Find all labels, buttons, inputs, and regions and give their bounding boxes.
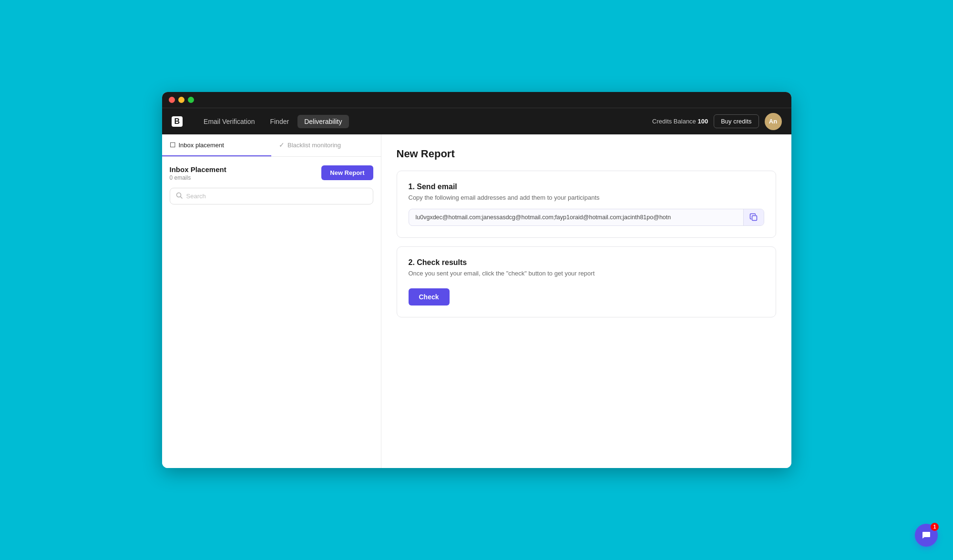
sidebar-subtitle: 0 emails — [170, 174, 226, 181]
copy-button[interactable] — [743, 209, 764, 225]
tab-blacklist-monitoring[interactable]: ✓ Blacklist monitoring — [271, 134, 381, 156]
search-box — [170, 188, 373, 204]
search-icon — [176, 192, 183, 200]
step1-title: 1. Send email — [409, 183, 764, 191]
buy-credits-button[interactable]: Buy credits — [714, 114, 758, 128]
navbar-right: Credits Balance 100 Buy credits An — [652, 113, 781, 130]
email-field-row: lu0vgxdec@hotmail.com;janessasdcg@hotmai… — [409, 209, 764, 226]
main-layout: ☐ Inbox placement ✓ Blacklist monitoring… — [162, 134, 791, 468]
main-content: New Report 1. Send email Copy the follow… — [381, 134, 791, 468]
sidebar-title-group: Inbox Placement 0 emails — [170, 165, 226, 181]
step2-card: 2. Check results Once you sent your emai… — [397, 246, 776, 317]
check-button[interactable]: Check — [409, 288, 450, 305]
nav-email-verification[interactable]: Email Verification — [197, 115, 261, 128]
svg-rect-2 — [752, 216, 757, 221]
sidebar: ☐ Inbox placement ✓ Blacklist monitoring… — [162, 134, 381, 468]
search-input[interactable] — [186, 193, 367, 200]
step2-title: 2. Check results — [409, 258, 764, 267]
sidebar-tabs: ☐ Inbox placement ✓ Blacklist monitoring — [162, 134, 381, 157]
page-title: New Report — [397, 148, 776, 160]
logo[interactable]: B — [172, 116, 183, 127]
sidebar-content: Inbox Placement 0 emails New Report — [162, 157, 381, 468]
sidebar-title: Inbox Placement — [170, 165, 226, 173]
new-report-button[interactable]: New Report — [321, 165, 373, 180]
tab-inbox-placement[interactable]: ☐ Inbox placement — [162, 134, 272, 156]
maximize-dot[interactable] — [188, 97, 194, 103]
minimize-dot[interactable] — [178, 97, 184, 103]
nav-links: Email Verification Finder Deliverability — [197, 115, 652, 128]
step1-card: 1. Send email Copy the following email a… — [397, 171, 776, 238]
blacklist-monitoring-icon: ✓ — [279, 141, 285, 149]
avatar[interactable]: An — [765, 113, 782, 130]
chat-icon — [921, 530, 932, 540]
inbox-placement-icon: ☐ — [170, 141, 176, 149]
copy-icon — [749, 213, 758, 222]
titlebar — [162, 92, 791, 108]
credits-info: Credits Balance 100 — [652, 118, 708, 125]
chat-badge: 1 — [931, 523, 939, 531]
close-dot[interactable] — [169, 97, 175, 103]
nav-deliverability[interactable]: Deliverability — [297, 115, 348, 128]
sidebar-header: Inbox Placement 0 emails New Report — [170, 165, 373, 181]
step1-description: Copy the following email addresses and a… — [409, 194, 764, 201]
svg-line-1 — [180, 197, 182, 199]
email-field-text: lu0vgxdec@hotmail.com;janessasdcg@hotmai… — [409, 209, 743, 225]
navbar: B Email Verification Finder Deliverabili… — [162, 108, 791, 134]
nav-finder[interactable]: Finder — [263, 115, 296, 128]
step2-description: Once you sent your email, click the "che… — [409, 270, 764, 277]
chat-widget[interactable]: 1 — [915, 524, 938, 547]
